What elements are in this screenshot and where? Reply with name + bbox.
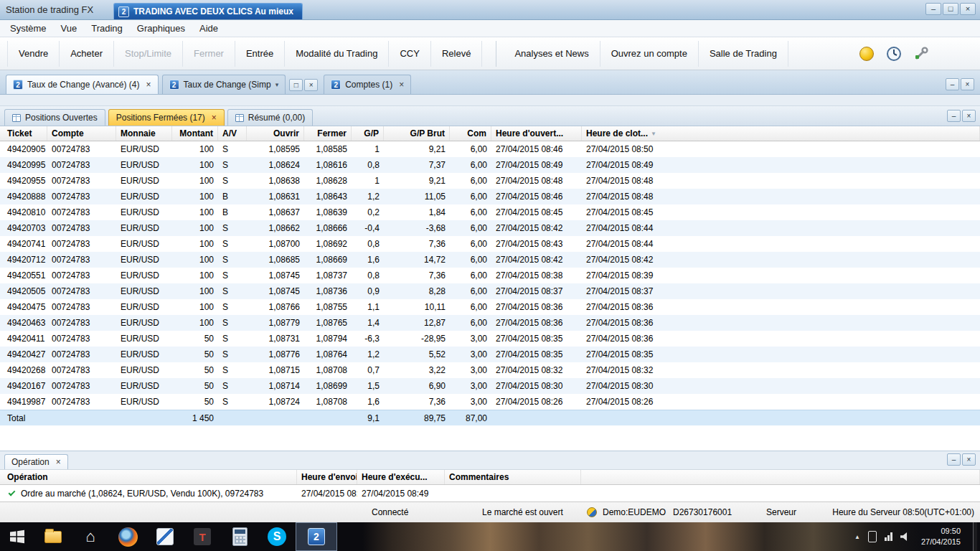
t-app-icon[interactable]: T (184, 522, 221, 551)
table-row[interactable]: 4942026800724783EUR/USD50S1,087151,08708… (0, 362, 980, 378)
column-header[interactable]: Heure d'ouvert... (491, 126, 582, 141)
toolbar-button[interactable]: CCY (389, 41, 430, 67)
operation-row[interactable]: Ordre au marché (1,08624, EUR/USD, Vendu… (0, 485, 980, 501)
file-explorer-icon[interactable] (34, 522, 72, 551)
calculator-icon[interactable] (221, 522, 258, 551)
restore-button[interactable]: □ (289, 79, 303, 91)
toolbar-button[interactable]: Vendre (7, 41, 60, 67)
table-row[interactable]: 4942095500724783EUR/USD100S1,086381,0862… (0, 173, 980, 189)
clock-icon[interactable] (885, 45, 903, 62)
column-header[interactable]: G/P Brut (384, 126, 450, 141)
check-icon (9, 489, 16, 496)
table-cell: 27/04/2015 08:30 (582, 378, 980, 394)
start-button[interactable] (0, 522, 34, 551)
total-cell (491, 410, 582, 425)
column-header[interactable]: Opération (3, 470, 297, 484)
table-row[interactable]: 4942081000724783EUR/USD100B1,086371,0863… (0, 204, 980, 220)
table-row[interactable]: 4942070300724783EUR/USD100S1,086621,0866… (0, 220, 980, 236)
menu-item-3[interactable]: Trading (84, 20, 130, 37)
menu-item-5[interactable]: Aide (192, 20, 225, 37)
column-header[interactable]: Montant (172, 126, 218, 141)
toolbar-button[interactable]: Salle de Trading (699, 41, 788, 67)
positions-tab[interactable]: Positions Ouvertes (4, 109, 105, 126)
column-header[interactable]: Heure d'exécu... (357, 470, 445, 484)
show-desktop-button[interactable] (973, 522, 977, 551)
home-icon[interactable]: ⌂ (72, 522, 109, 551)
menu-item-2[interactable]: Vue (54, 20, 85, 37)
toolbar-button[interactable]: Analyses et News (504, 41, 600, 67)
chevron-down-icon[interactable]: ▾ (275, 81, 279, 88)
close-icon[interactable]: × (56, 458, 61, 466)
menu-item-4[interactable]: Graphiques (130, 20, 192, 37)
close-icon[interactable]: × (146, 80, 151, 89)
table-row[interactable]: 4942090500724783EUR/USD100S1,085951,0858… (0, 141, 980, 157)
notepad-icon[interactable] (146, 522, 184, 551)
table-row[interactable]: 4942055100724783EUR/USD100S1,087451,0873… (0, 268, 980, 283)
active-document-tab[interactable]: 2 TRADING AVEC DEUX CLICS Au mieux (113, 3, 303, 19)
close-button[interactable]: × (962, 453, 976, 466)
column-header[interactable]: Compte (47, 126, 116, 141)
close-icon[interactable]: × (212, 113, 217, 122)
column-header[interactable]: Heure d'envoi (297, 470, 357, 484)
workspace-tab[interactable]: 2Taux de Change (Simp▾ (162, 75, 286, 94)
column-header[interactable]: G/P (352, 126, 384, 141)
table-cell: 3,22 (384, 362, 450, 378)
close-button[interactable]: × (961, 78, 974, 90)
column-header[interactable]: Heure de clot...▼ (582, 126, 980, 141)
trading-app-icon[interactable]: 2 (296, 522, 337, 551)
table-row[interactable]: 4942047500724783EUR/USD100S1,087661,0875… (0, 299, 980, 315)
maximize-button[interactable]: □ (943, 3, 958, 15)
column-header[interactable]: Monnaie (116, 126, 172, 141)
firefox-icon[interactable] (109, 522, 146, 551)
column-header[interactable]: Com (450, 126, 491, 141)
positions-tabbar-tabs: Positions OuvertesPositions Fermées (17)… (4, 109, 316, 126)
network-icon[interactable] (885, 532, 892, 541)
menu-item-1[interactable]: Système (3, 20, 54, 37)
table-row[interactable]: 4942050500724783EUR/USD100S1,087451,0873… (0, 283, 980, 299)
toolbar-button[interactable]: Acheter (60, 41, 114, 67)
minimize-button[interactable]: – (947, 453, 961, 466)
operations-tab[interactable]: Opération × (4, 454, 68, 469)
positions-tab[interactable]: Positions Fermées (17)× (108, 109, 225, 126)
minimize-button[interactable]: – (946, 78, 959, 90)
table-cell: 49420712 (3, 252, 47, 268)
taskbar-clock[interactable]: 09:50 27/04/2015 (918, 526, 961, 547)
column-header[interactable]: Ticket (3, 126, 47, 141)
table-row[interactable]: 4942074100724783EUR/USD100S1,087001,0869… (0, 236, 980, 252)
toolbar-button[interactable]: Relevé (431, 41, 482, 67)
close-icon[interactable]: × (399, 80, 404, 89)
speaker-icon[interactable] (900, 532, 910, 541)
workspace-tab[interactable]: 2Comptes (1)× (324, 75, 411, 94)
column-header[interactable]: Fermer (304, 126, 352, 141)
close-button[interactable]: × (962, 110, 976, 122)
table-cell: 27/04/2015 08:44 (582, 236, 980, 252)
workspace-tab[interactable]: 2Taux de Change (Avancé) (4)× (6, 75, 159, 94)
table-row[interactable]: 4942041100724783EUR/USD50S1,087311,08794… (0, 331, 980, 347)
skype-icon[interactable]: S (258, 522, 296, 551)
minimize-button[interactable]: – (925, 3, 941, 15)
show-hidden-icons[interactable]: ▲ (854, 534, 860, 540)
column-header[interactable]: Commentaires (445, 470, 581, 484)
minimize-button[interactable]: – (947, 110, 961, 122)
table-cell: 1,08662 (247, 220, 304, 236)
table-row[interactable]: 4942099500724783EUR/USD100S1,086241,0861… (0, 157, 980, 173)
close-button[interactable]: × (304, 79, 318, 91)
table-cell: 6,00 (450, 173, 491, 189)
column-header[interactable]: A/V (218, 126, 247, 141)
tools-icon[interactable] (913, 45, 930, 62)
table-row[interactable]: 4942088800724783EUR/USD100B1,086311,0864… (0, 189, 980, 204)
coin-icon[interactable] (858, 45, 875, 62)
table-row[interactable]: 4942071200724783EUR/USD100S1,086851,0866… (0, 252, 980, 268)
table-row[interactable]: 4942042700724783EUR/USD50S1,087761,08764… (0, 347, 980, 362)
column-header[interactable]: Ouvrir (247, 126, 304, 141)
toolbar-button[interactable]: Ouvrez un compte (600, 41, 699, 67)
table-row[interactable]: 4942016700724783EUR/USD50S1,087141,08699… (0, 378, 980, 394)
close-button[interactable]: × (960, 3, 976, 15)
positions-tab[interactable]: Résumé (0,00) (227, 109, 313, 126)
toolbar-button[interactable]: Modalité du Trading (285, 41, 389, 67)
device-icon[interactable] (868, 531, 877, 542)
table-row[interactable]: 4941998700724783EUR/USD50S1,087241,08708… (0, 394, 980, 410)
table-cell: 50 (172, 378, 218, 394)
table-row[interactable]: 4942046300724783EUR/USD100S1,087791,0876… (0, 315, 980, 331)
toolbar-button[interactable]: Entrée (235, 41, 285, 67)
